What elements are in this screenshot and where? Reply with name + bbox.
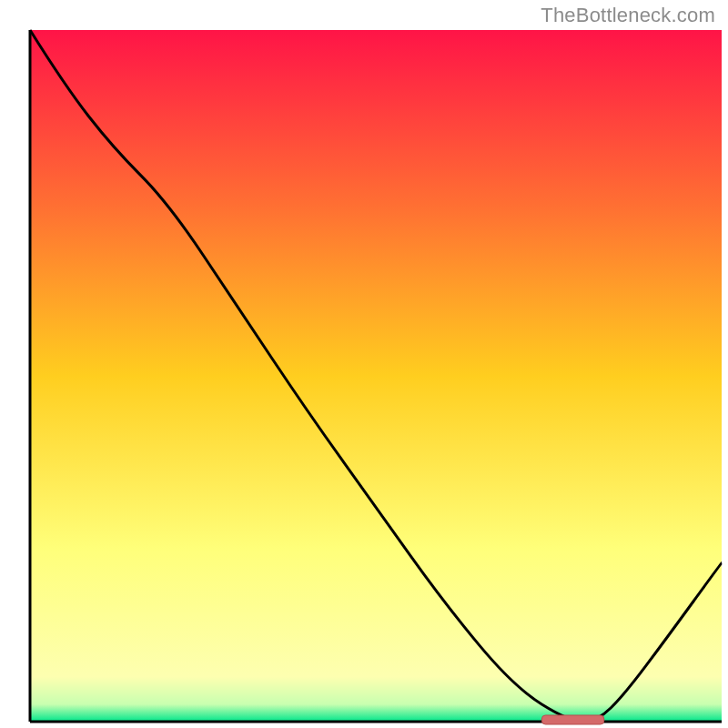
optimal-marker (541, 715, 603, 724)
plot-background (30, 30, 722, 722)
chart-wrapper: { "attribution": "TheBottleneck.com", "c… (0, 0, 728, 728)
bottleneck-chart (0, 0, 728, 728)
